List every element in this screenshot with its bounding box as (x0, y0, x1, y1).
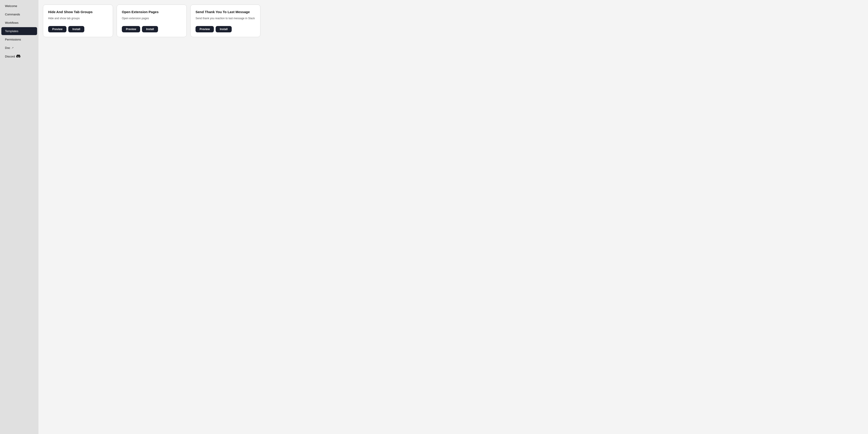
card-open-extension-pages: Open Extension Pages Open extension page… (117, 4, 187, 37)
card-actions: Preview Install (122, 26, 182, 32)
preview-button[interactable]: Preview (48, 26, 66, 32)
card-actions: Preview Install (195, 26, 255, 32)
discord-icon (16, 55, 20, 58)
sidebar-item-label: Welcome (5, 4, 17, 8)
sidebar-item-label: Doc (5, 46, 10, 50)
sidebar-item-label: Workflows (5, 21, 19, 24)
card-title: Send Thank You To Last Message (195, 10, 255, 14)
card-description: Send thank you reaction to last message … (195, 17, 255, 20)
sidebar-item-permissions[interactable]: Permissions (1, 35, 37, 44)
sidebar-item-label: Templates (5, 29, 18, 33)
card-description: Open extension pages (122, 17, 182, 20)
sidebar-item-label: Permissions (5, 38, 21, 41)
main-content: Hide And Show Tab Groups Hide and show t… (38, 0, 868, 434)
preview-button[interactable]: Preview (122, 26, 140, 32)
sidebar-item-templates[interactable]: Templates (1, 27, 37, 35)
install-button[interactable]: Install (216, 26, 232, 32)
card-title: Open Extension Pages (122, 10, 182, 14)
card-send-thank-you: Send Thank You To Last Message Send than… (190, 4, 260, 37)
sidebar-item-commands[interactable]: Commands (1, 10, 37, 18)
install-button[interactable]: Install (68, 26, 84, 32)
external-link-icon: ↗ (11, 47, 13, 49)
sidebar-item-label: Discord (5, 55, 15, 58)
preview-button[interactable]: Preview (195, 26, 214, 32)
card-description: Hide and show tab groups (48, 17, 108, 20)
card-actions: Preview Install (48, 26, 108, 32)
sidebar: Welcome Commands Workflows Templates Per… (0, 0, 38, 434)
sidebar-item-welcome[interactable]: Welcome (1, 2, 37, 10)
sidebar-item-workflows[interactable]: Workflows (1, 19, 37, 27)
card-hide-show-tab-groups: Hide And Show Tab Groups Hide and show t… (43, 4, 113, 37)
install-button[interactable]: Install (142, 26, 158, 32)
cards-grid: Hide And Show Tab Groups Hide and show t… (43, 4, 864, 37)
sidebar-item-discord[interactable]: Discord (1, 52, 37, 61)
sidebar-item-label: Commands (5, 13, 20, 16)
sidebar-item-doc[interactable]: Doc ↗ (1, 44, 37, 52)
card-title: Hide And Show Tab Groups (48, 10, 108, 14)
